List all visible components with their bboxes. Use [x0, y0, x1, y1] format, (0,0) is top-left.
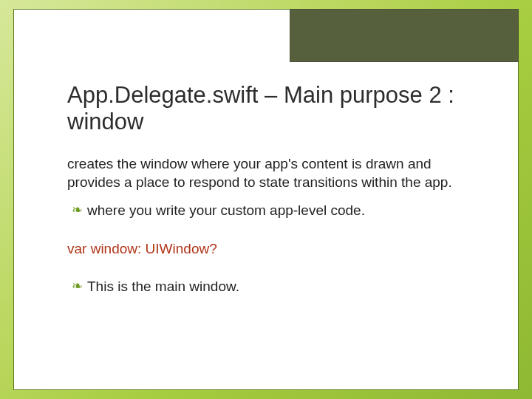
leaf-bullet-icon: ❧ — [72, 278, 83, 295]
header-decoration-box — [290, 9, 519, 62]
slide-content: App.Delegate.swift – Main purpose 2 : wi… — [67, 82, 474, 304]
body-paragraph: creates the window where your app's cont… — [67, 155, 474, 191]
bullet-item: ❧ where you write your custom app-level … — [67, 202, 474, 220]
bullet-item: ❧ This is the main window. — [67, 278, 474, 296]
leaf-bullet-icon: ❧ — [72, 202, 83, 219]
code-line: var window: UIWindow? — [67, 241, 474, 257]
bullet-text: where you write your custom app-level co… — [87, 202, 365, 220]
slide-title: App.Delegate.swift – Main purpose 2 : wi… — [67, 82, 474, 134]
bullet-text: This is the main window. — [87, 278, 239, 296]
slide-frame: App.Delegate.swift – Main purpose 2 : wi… — [13, 9, 519, 390]
